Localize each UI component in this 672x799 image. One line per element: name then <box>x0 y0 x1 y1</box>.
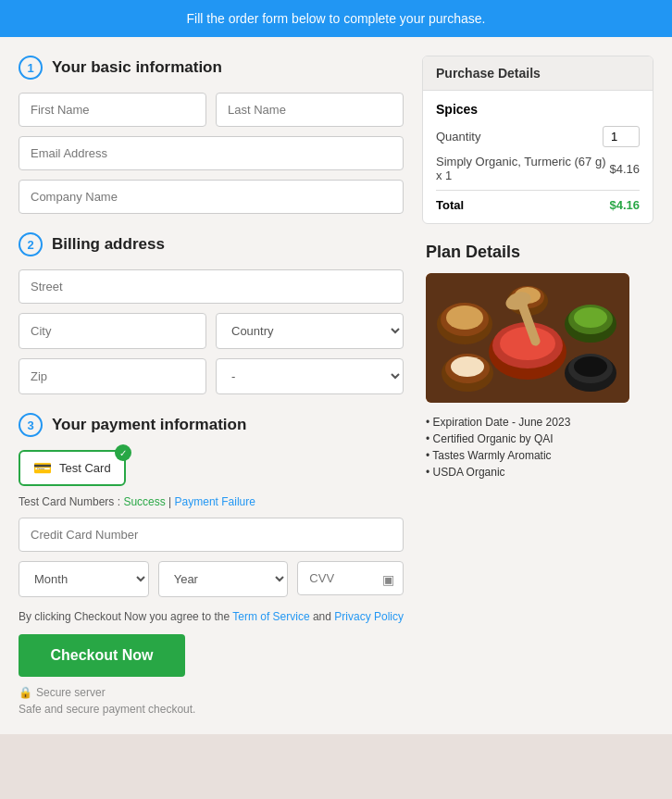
credit-card-input[interactable] <box>19 518 404 552</box>
cvv-wrapper: ▣ <box>297 561 404 597</box>
purchase-details-box: Purchase Details Spices Quantity Simply … <box>422 56 653 224</box>
test-card-option[interactable]: ✓ 💳 Test Card <box>19 450 126 486</box>
plan-feature-item: USDA Organic <box>426 464 650 481</box>
secure-sub-text: Safe and secure payment checkout. <box>19 703 404 716</box>
month-select[interactable]: Month 010203 040506 070809 101112 <box>19 561 149 597</box>
company-input[interactable] <box>19 180 404 214</box>
tos-link[interactable]: Term of Service <box>232 610 309 623</box>
plan-details-section: Plan Details <box>422 243 653 481</box>
country-select[interactable]: Country <box>216 313 404 349</box>
form-panel: 1 Your basic information 2 Billing addre… <box>19 56 422 716</box>
legal-text: By clicking Checkout Now you agree to th… <box>19 610 404 623</box>
lock-icon: 🔒 <box>19 686 32 699</box>
purchase-details-body: Spices Quantity Simply Organic, Turmeric… <box>423 91 653 223</box>
section3-title: Your payment information <box>52 416 246 434</box>
total-row: Total $4.16 <box>436 198 640 212</box>
spices-image <box>426 273 629 403</box>
year-select[interactable]: Year 2023202420252026 <box>158 561 289 597</box>
card-checkmark: ✓ <box>115 444 131 461</box>
card-back-icon: ▣ <box>382 572 394 587</box>
plan-details-title: Plan Details <box>426 243 650 262</box>
cc-row <box>19 518 404 552</box>
purchase-details-header: Purchase Details <box>423 56 653 91</box>
section2-number: 2 <box>19 232 43 256</box>
card-options: ✓ 💳 Test Card <box>19 450 404 486</box>
section2-header: 2 Billing address <box>19 232 404 256</box>
plan-feature-item: Certified Organic by QAI <box>426 431 650 447</box>
checkout-button[interactable]: Checkout Now <box>19 634 185 677</box>
zip-state-row: - <box>19 358 404 394</box>
secure-text: 🔒 Secure server <box>19 686 404 699</box>
company-row <box>19 180 404 214</box>
section1-title: Your basic information <box>52 58 222 77</box>
card-icon: 💳 <box>33 459 52 477</box>
month-year-cvv-row: Month 010203 040506 070809 101112 Year 2… <box>19 561 404 597</box>
street-input[interactable] <box>19 269 404 304</box>
section1-number: 1 <box>19 56 43 80</box>
total-label: Total <box>436 198 464 212</box>
failure-link[interactable]: Payment Failure <box>175 495 255 508</box>
detail-divider <box>436 190 640 191</box>
plan-feature-item: Tastes Warmly Aromatic <box>426 447 650 464</box>
svg-point-15 <box>574 356 607 377</box>
city-input[interactable] <box>19 313 206 349</box>
section3-number: 3 <box>19 413 43 437</box>
section3-header: 3 Your payment information <box>19 413 404 437</box>
quantity-label: Quantity <box>436 130 480 144</box>
quantity-input[interactable] <box>603 126 640 147</box>
svg-point-9 <box>574 307 607 328</box>
privacy-link[interactable]: Privacy Policy <box>334 610 404 623</box>
email-row <box>19 136 404 170</box>
item-row: Simply Organic, Turmeric (67 g) x 1 $4.1… <box>436 155 640 182</box>
state-select[interactable]: - <box>216 358 404 394</box>
name-row <box>19 93 404 127</box>
item-description: Simply Organic, Turmeric (67 g) x 1 <box>436 155 609 182</box>
top-banner: Fill the order form below to complete yo… <box>0 0 672 37</box>
product-name: Spices <box>436 102 640 117</box>
city-country-row: Country <box>19 313 404 349</box>
first-name-input[interactable] <box>19 93 206 127</box>
success-link[interactable]: Success <box>123 495 165 508</box>
plan-features-list: Expiration Date - June 2023Certified Org… <box>426 414 650 481</box>
plan-feature-item: Expiration Date - June 2023 <box>426 414 650 431</box>
section2-title: Billing address <box>52 235 165 254</box>
test-card-info: Test Card Numbers : Success | Payment Fa… <box>19 495 404 508</box>
item-price: $4.16 <box>609 162 640 176</box>
section1-header: 1 Your basic information <box>19 56 404 80</box>
right-panel: Purchase Details Spices Quantity Simply … <box>422 56 653 716</box>
zip-input[interactable] <box>19 358 206 394</box>
svg-point-6 <box>446 306 483 330</box>
banner-text: Fill the order form below to complete yo… <box>187 11 486 26</box>
test-card-label: Test Card Numbers : <box>19 495 123 508</box>
street-row <box>19 269 404 304</box>
card-label: Test Card <box>59 461 111 475</box>
total-price: $4.16 <box>609 198 640 212</box>
last-name-input[interactable] <box>216 93 404 127</box>
email-input[interactable] <box>19 136 404 170</box>
quantity-row: Quantity <box>436 126 640 147</box>
svg-point-12 <box>451 356 484 377</box>
